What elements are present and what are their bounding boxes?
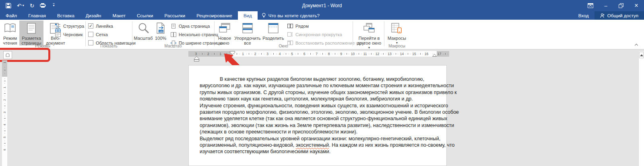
window-title: Документ1 - Word xyxy=(0,0,644,11)
side-by-side-label: Рядом xyxy=(295,24,309,29)
close-icon[interactable]: × xyxy=(629,0,644,11)
scroll-up-button[interactable] xyxy=(639,52,644,58)
synchronous-scrolling-icon xyxy=(287,32,293,37)
save-icon[interactable] xyxy=(6,3,11,8)
person-icon xyxy=(600,13,605,18)
draft-button[interactable]: Черновик xyxy=(55,31,84,38)
side-by-side-icon xyxy=(287,24,293,28)
text-line-12: изучается соответствующими биологическим… xyxy=(200,148,438,155)
group-macros: Макросы ▾ Макросы xyxy=(384,20,409,49)
outline-button[interactable]: Структура xyxy=(55,22,84,30)
text-line-6: развития породило морфологию, физиологию… xyxy=(200,109,438,115)
tell-me-label: Что вы хотите сделать? xyxy=(268,13,320,18)
tab-Рецензирование[interactable]: Рецензирование xyxy=(191,11,238,20)
draft-icon xyxy=(55,32,61,37)
new-window-button[interactable]: Новое окно xyxy=(216,20,233,45)
vertical-ruler-scale: ··1··2··3··4··5··6 xyxy=(2,77,7,152)
triangle-up-icon xyxy=(640,54,643,56)
redo-icon[interactable]: ↻ xyxy=(30,3,35,8)
split-label: Разделить xyxy=(262,36,284,41)
switch-windows-button[interactable]: Перейти в другое окно ▾ xyxy=(356,20,382,50)
zoom-100-icon: 100 xyxy=(156,22,165,35)
svg-text:100: 100 xyxy=(159,30,163,33)
undo-dropdown-icon[interactable]: ▾ xyxy=(23,4,24,7)
tab-Ссылки[interactable]: Ссылки xyxy=(131,11,159,20)
undo-icon[interactable]: ↶▾ xyxy=(17,3,24,8)
ruler-checkbox[interactable]: ✓ Линейка xyxy=(88,22,136,30)
lightbulb-icon xyxy=(262,13,266,18)
outline-icon xyxy=(55,24,61,29)
right-indent-marker[interactable] xyxy=(432,54,437,57)
split-button[interactable]: Разделить xyxy=(262,20,285,41)
group-window-label: Окно xyxy=(215,44,352,48)
zoom-100-button[interactable]: 100 100% xyxy=(153,20,168,41)
arrange-all-button[interactable]: Упорядочить все xyxy=(234,20,261,45)
group-window: Новое окно Упорядочить все Разделить xyxy=(215,20,352,49)
quick-access-toolbar: ↶▾ ↻ ▾ xyxy=(0,0,55,11)
macros-button[interactable]: Макросы ▾ xyxy=(387,20,407,45)
zoom-button[interactable]: Масштаб xyxy=(134,20,153,41)
macros-icon xyxy=(391,22,402,35)
ruler-checkbox-label: Линейка xyxy=(96,24,113,29)
text-line-8: организмов), эволюции (так как жизнь на … xyxy=(200,122,438,129)
vertical-ruler-margin: 1·· xyxy=(2,60,7,77)
gridlines-checkbox-label: Сетка xyxy=(96,32,108,37)
ribbon-view-tab-content: Режим чтения Разметка страницы Веб-докум… xyxy=(0,20,644,49)
vertical-ruler[interactable]: 1·· ··1··2··3··4··5··6 xyxy=(2,60,7,166)
vertical-scrollbar[interactable] xyxy=(638,51,644,166)
annotation-highlight-box xyxy=(0,48,50,62)
split-icon xyxy=(268,22,279,35)
collapse-ribbon-button[interactable] xyxy=(635,43,638,47)
one-page-label: Одна страница xyxy=(179,24,210,29)
document-text[interactable]: В качестве крупных разделов биологии выд… xyxy=(200,76,438,155)
customize-qat-icon[interactable]: ▾ xyxy=(52,4,54,7)
text-line-1: В качестве крупных разделов биологии выд… xyxy=(200,76,438,82)
multiple-pages-label: Несколько страниц xyxy=(179,32,218,37)
zoom-magnifier-icon xyxy=(138,22,149,35)
window-controls: – × xyxy=(583,0,644,11)
tab-Макет[interactable]: Макет xyxy=(107,11,131,20)
group-zoom-label: Масштаб xyxy=(132,44,214,48)
text-line-11: организменный, популяционно-видовой, эко… xyxy=(200,142,438,148)
group-macros-label: Макросы xyxy=(384,44,409,48)
printer-check-icon[interactable] xyxy=(40,3,46,8)
modes-small-buttons: Структура Черновик xyxy=(55,22,84,38)
tab-Вид[interactable]: Вид xyxy=(238,11,258,20)
tab-Файл[interactable]: Файл xyxy=(0,11,23,20)
check-icon: ✓ xyxy=(89,24,93,28)
read-mode-button[interactable]: Режим чтения xyxy=(2,20,19,45)
ribbon-display-options-icon[interactable] xyxy=(583,0,598,11)
restore-icon[interactable] xyxy=(613,0,629,11)
left-indent-marker[interactable] xyxy=(194,56,199,61)
tab-Рассылки[interactable]: Рассылки xyxy=(159,11,191,20)
ribbon-tabs: ФайлГлавнаяВставкаДизайнМакетСсылкиРассы… xyxy=(0,11,258,20)
print-layout-button[interactable]: Разметка страницы xyxy=(19,20,43,45)
text-line-10: Выделяют ряд последовательных уровней ор… xyxy=(200,135,438,142)
account-area: Вход Общий доступ xyxy=(573,11,644,20)
view-side-by-side-button[interactable]: Рядом xyxy=(287,22,365,30)
new-window-icon xyxy=(219,22,230,35)
tab-Дизайн[interactable]: Дизайн xyxy=(80,11,107,20)
misspelled-word: экосистемный xyxy=(296,142,329,148)
read-mode-icon xyxy=(4,22,16,35)
word-application-window: ↶▾ ↻ ▾ Документ1 - Word – × ФайлГлавнаяВ… xyxy=(0,0,644,166)
group-show-label: Показать xyxy=(86,44,132,48)
document-area: 3··2··1····1··2··3··4··5··6··7··8··9··10… xyxy=(0,49,644,166)
synchronous-scrolling-label: Синхронная прокрутка xyxy=(295,32,342,37)
window-small-buttons: Рядом Синхронная прокрутка Восстановить … xyxy=(287,22,365,47)
gridlines-checkbox[interactable]: Сетка xyxy=(88,31,136,38)
draft-label: Черновик xyxy=(63,32,83,37)
group-zoom: Масштаб 100 100% Одна страница xyxy=(132,20,214,49)
document-page[interactable]: В качестве крупных разделов биологии выд… xyxy=(188,65,447,166)
tell-me-box[interactable]: Что вы хотите сделать? xyxy=(258,11,324,20)
share-button[interactable]: Общий доступ xyxy=(594,11,644,20)
switch-windows-icon xyxy=(363,22,375,35)
outline-label: Структура xyxy=(63,24,84,29)
macros-label: Макросы xyxy=(388,36,406,41)
tab-Вставка[interactable]: Вставка xyxy=(52,11,80,20)
minimize-icon[interactable]: – xyxy=(598,0,613,11)
tab-Главная[interactable]: Главная xyxy=(23,11,52,20)
gridlines-checkbox-box xyxy=(88,32,93,37)
sign-in-button[interactable]: Вход xyxy=(573,11,594,20)
multiple-pages-icon xyxy=(170,32,177,37)
